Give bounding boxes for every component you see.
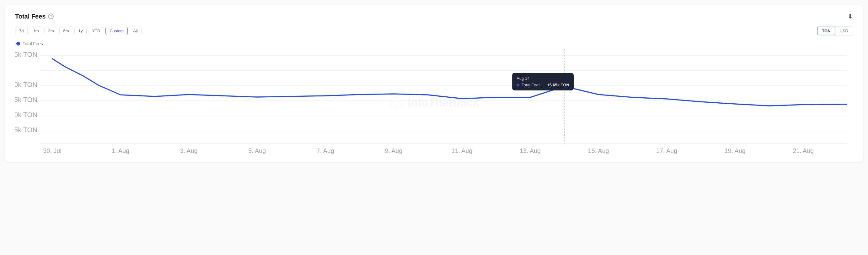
controls-row: 7d 1m 3m 6m 1y YTD Custom All TON USD xyxy=(15,26,853,35)
svg-text:9. Aug: 9. Aug xyxy=(385,147,402,154)
filter-3m[interactable]: 3m xyxy=(44,27,58,35)
svg-text:5. Aug: 5. Aug xyxy=(248,147,266,154)
chart-svg: 25k TON 20k TON 15k TON 10k TON 5k TON 3… xyxy=(15,49,853,156)
svg-text:25k TON: 25k TON xyxy=(15,51,37,58)
currency-usd[interactable]: USD xyxy=(835,27,852,35)
svg-text:7. Aug: 7. Aug xyxy=(317,147,334,154)
help-icon[interactable]: ? xyxy=(48,13,54,19)
filter-6m[interactable]: 6m xyxy=(59,27,73,35)
filter-custom[interactable]: Custom xyxy=(105,27,128,35)
svg-text:10k TON: 10k TON xyxy=(15,111,37,119)
chart-card: Total Fees ? ⬇ 7d 1m 3m 6m 1y YTD Custom… xyxy=(5,5,863,162)
svg-text:21. Aug: 21. Aug xyxy=(793,147,814,154)
time-filters: 7d 1m 3m 6m 1y YTD Custom All xyxy=(15,27,142,35)
header-row: Total Fees ? ⬇ xyxy=(15,12,853,20)
svg-text:1. Aug: 1. Aug xyxy=(112,147,129,154)
filter-all[interactable]: All xyxy=(129,27,142,35)
currency-ton[interactable]: TON xyxy=(817,27,835,35)
legend-dot xyxy=(16,42,20,46)
svg-text:13. Aug: 13. Aug xyxy=(520,147,541,154)
svg-text:5k TON: 5k TON xyxy=(15,126,37,134)
svg-text:20k TON: 20k TON xyxy=(15,81,37,89)
currency-toggle: TON USD xyxy=(817,26,853,35)
chart-area: IntoTheBlock 25k TON 20k TON 15k TON 10k… xyxy=(15,49,853,156)
svg-text:15. Aug: 15. Aug xyxy=(588,147,609,154)
svg-text:19. Aug: 19. Aug xyxy=(724,147,746,154)
title-group: Total Fees ? xyxy=(15,13,54,20)
svg-text:30. Jul: 30. Jul xyxy=(43,147,62,154)
legend-row: Total Fees xyxy=(15,41,853,46)
filter-7d[interactable]: 7d xyxy=(15,27,28,35)
filter-1y[interactable]: 1y xyxy=(74,27,87,35)
svg-text:3. Aug: 3. Aug xyxy=(180,147,198,154)
download-icon[interactable]: ⬇ xyxy=(847,12,853,20)
legend-label: Total Fees xyxy=(23,41,43,46)
svg-text:17. Aug: 17. Aug xyxy=(656,147,677,154)
filter-ytd[interactable]: YTD xyxy=(88,27,104,35)
svg-text:15k TON: 15k TON xyxy=(15,96,37,104)
chart-title: Total Fees xyxy=(15,13,45,20)
filter-1m[interactable]: 1m xyxy=(29,27,43,35)
svg-text:11. Aug: 11. Aug xyxy=(451,147,472,154)
